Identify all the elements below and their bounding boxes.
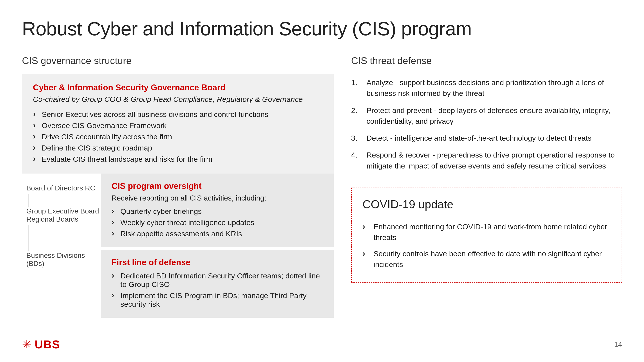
governance-bullet-5: Evaluate CIS threat landscape and risks … — [33, 154, 323, 165]
org-line-2 — [28, 225, 29, 251]
threat-item-1: 1. Analyze - support business decisions … — [351, 74, 622, 102]
left-section-heading: CIS governance structure — [22, 55, 334, 66]
oversight-bullet-3: Risk appetite assessments and KRIs — [112, 228, 323, 239]
ubs-snowflake-icon: ✳ — [22, 338, 32, 351]
program-oversight-bullets: Quarterly cyber briefings Weekly cyber t… — [112, 206, 323, 239]
main-title: Robust Cyber and Information Security (C… — [22, 17, 622, 40]
right-section-heading: CIS threat defense — [351, 55, 622, 66]
threat-defense-list: 1. Analyze - support business decisions … — [351, 74, 622, 175]
footer: ✳ UBS 14 — [22, 338, 622, 351]
defense-bullet-2: Implement the CIS Program in BDs; manage… — [112, 290, 323, 310]
threat-item-4: 4. Respond & recover - preparedness to d… — [351, 147, 622, 175]
governance-bullet-1: Senior Executives across all business di… — [33, 109, 323, 120]
covid-bullet-1: Enhanced monitoring for COVID-19 and wor… — [363, 219, 610, 246]
org-line-1 — [28, 194, 29, 207]
governance-bullet-4: Define the CIS strategic roadmap — [33, 142, 323, 154]
oversight-bullet-1: Quarterly cyber briefings — [112, 206, 323, 217]
covid-box: COVID-19 update Enhanced monitoring for … — [351, 187, 622, 283]
governance-bullet-3: Drive CIS accountability across the firm — [33, 131, 323, 142]
covid-bullet-list: Enhanced monitoring for COVID-19 and wor… — [363, 219, 610, 272]
governance-box-title: Cyber & Information Security Governance … — [33, 83, 323, 92]
org-node-bds: Business Divisions (BDs) — [26, 251, 101, 268]
org-structure: Board of Directors RC Group Executive Bo… — [22, 174, 334, 319]
threat-item-3: 3. Detect - intelligence and state-of-th… — [351, 130, 622, 147]
right-column: CIS threat defense 1. Analyze - support … — [351, 55, 622, 319]
governance-bullet-2: Oversee CIS Governance Framework — [33, 120, 323, 131]
governance-box-subtitle: Co-chaired by Group COO & Group Head Com… — [33, 95, 323, 104]
threat-item-2: 2. Protect and prevent - deep layers of … — [351, 102, 622, 130]
first-line-title: First line of defense — [112, 258, 323, 267]
first-line-defense-box: First line of defense Dedicated BD Infor… — [101, 250, 334, 318]
governance-bullet-list: Senior Executives across all business di… — [33, 109, 323, 165]
left-column: CIS governance structure Cyber & Informa… — [22, 55, 334, 319]
org-node-group-exec: Group Executive Board Regional Boards — [26, 207, 99, 223]
ubs-logo: ✳ UBS — [22, 338, 60, 351]
covid-title: COVID-19 update — [363, 198, 610, 211]
first-line-bullets: Dedicated BD Information Security Office… — [112, 270, 323, 310]
program-boxes-column: CIS program oversight Receive reporting … — [101, 174, 334, 319]
oversight-bullet-2: Weekly cyber threat intelligence updates — [112, 217, 323, 228]
box-spacer — [101, 248, 334, 250]
org-nodes-column: Board of Directors RC Group Executive Bo… — [22, 174, 101, 319]
covid-bullet-2: Security controls have been effective to… — [363, 246, 610, 273]
governance-box: Cyber & Information Security Governance … — [22, 74, 334, 174]
ubs-logo-text: UBS — [35, 338, 60, 351]
org-node-board: Board of Directors RC — [26, 178, 95, 192]
defense-bullet-1: Dedicated BD Information Security Office… — [112, 270, 323, 290]
slide-page: Robust Cyber and Information Security (C… — [0, 0, 644, 362]
page-number: 14 — [614, 341, 622, 349]
program-oversight-desc: Receive reporting on all CIS activities,… — [112, 194, 323, 202]
program-oversight-title: CIS program oversight — [112, 181, 323, 191]
program-oversight-box: CIS program oversight Receive reporting … — [101, 174, 334, 247]
content-area: CIS governance structure Cyber & Informa… — [22, 55, 622, 319]
